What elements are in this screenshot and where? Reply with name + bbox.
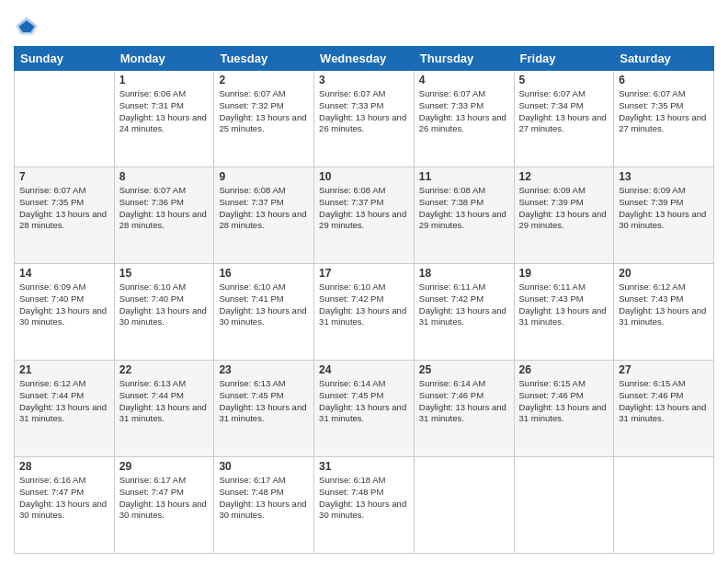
day-number: 6 bbox=[619, 74, 709, 86]
day-number: 8 bbox=[119, 170, 210, 183]
cell-content: Sunrise: 6:13 AM Sunset: 7:45 PM Dayligh… bbox=[219, 378, 309, 425]
day-number: 10 bbox=[319, 170, 409, 183]
day-number: 24 bbox=[319, 363, 409, 376]
calendar-cell bbox=[414, 457, 514, 554]
cell-content: Sunrise: 6:14 AM Sunset: 7:45 PM Dayligh… bbox=[319, 378, 409, 425]
calendar-cell: 26Sunrise: 6:15 AM Sunset: 7:46 PM Dayli… bbox=[514, 361, 614, 457]
header-cell-monday: Monday bbox=[114, 47, 214, 71]
day-number: 17 bbox=[319, 267, 409, 280]
cell-content: Sunrise: 6:09 AM Sunset: 7:39 PM Dayligh… bbox=[619, 185, 709, 232]
day-number: 28 bbox=[19, 460, 109, 473]
calendar-cell: 1Sunrise: 6:06 AM Sunset: 7:31 PM Daylig… bbox=[114, 71, 214, 167]
cell-content: Sunrise: 6:07 AM Sunset: 7:33 PM Dayligh… bbox=[419, 88, 509, 135]
cell-content: Sunrise: 6:06 AM Sunset: 7:31 PM Dayligh… bbox=[119, 88, 210, 135]
cell-content: Sunrise: 6:07 AM Sunset: 7:32 PM Dayligh… bbox=[219, 88, 309, 135]
cell-content: Sunrise: 6:07 AM Sunset: 7:35 PM Dayligh… bbox=[19, 185, 109, 232]
day-number: 4 bbox=[419, 74, 509, 86]
week-row-4: 28Sunrise: 6:16 AM Sunset: 7:47 PM Dayli… bbox=[15, 457, 714, 554]
calendar-cell: 18Sunrise: 6:11 AM Sunset: 7:42 PM Dayli… bbox=[414, 264, 514, 361]
calendar-cell: 11Sunrise: 6:08 AM Sunset: 7:38 PM Dayli… bbox=[414, 167, 514, 264]
day-number: 27 bbox=[619, 363, 709, 376]
cell-content: Sunrise: 6:15 AM Sunset: 7:46 PM Dayligh… bbox=[619, 378, 709, 425]
cell-content: Sunrise: 6:10 AM Sunset: 7:42 PM Dayligh… bbox=[319, 282, 409, 328]
cell-content: Sunrise: 6:12 AM Sunset: 7:43 PM Dayligh… bbox=[619, 282, 709, 328]
week-row-2: 14Sunrise: 6:09 AM Sunset: 7:40 PM Dayli… bbox=[15, 264, 714, 361]
week-row-0: 1Sunrise: 6:06 AM Sunset: 7:31 PM Daylig… bbox=[15, 71, 714, 167]
cell-content: Sunrise: 6:11 AM Sunset: 7:42 PM Dayligh… bbox=[419, 282, 509, 328]
header-cell-thursday: Thursday bbox=[414, 47, 514, 71]
cell-content: Sunrise: 6:08 AM Sunset: 7:37 PM Dayligh… bbox=[219, 185, 309, 232]
day-number: 9 bbox=[219, 170, 309, 183]
cell-content: Sunrise: 6:08 AM Sunset: 7:37 PM Dayligh… bbox=[319, 185, 409, 232]
calendar-cell: 12Sunrise: 6:09 AM Sunset: 7:39 PM Dayli… bbox=[514, 167, 614, 264]
calendar-cell: 16Sunrise: 6:10 AM Sunset: 7:41 PM Dayli… bbox=[214, 264, 314, 361]
day-number: 14 bbox=[19, 267, 109, 280]
calendar-body: 1Sunrise: 6:06 AM Sunset: 7:31 PM Daylig… bbox=[15, 71, 714, 554]
day-number: 16 bbox=[219, 267, 309, 280]
calendar-cell: 30Sunrise: 6:17 AM Sunset: 7:48 PM Dayli… bbox=[214, 457, 314, 554]
day-number: 25 bbox=[419, 363, 509, 376]
calendar-cell: 31Sunrise: 6:18 AM Sunset: 7:48 PM Dayli… bbox=[314, 457, 415, 554]
header-row: SundayMondayTuesdayWednesdayThursdayFrid… bbox=[15, 47, 714, 71]
calendar-cell: 27Sunrise: 6:15 AM Sunset: 7:46 PM Dayli… bbox=[614, 361, 714, 457]
header-cell-sunday: Sunday bbox=[15, 47, 115, 71]
calendar-table: SundayMondayTuesdayWednesdayThursdayFrid… bbox=[14, 46, 714, 554]
cell-content: Sunrise: 6:13 AM Sunset: 7:44 PM Dayligh… bbox=[119, 378, 210, 425]
calendar-cell: 13Sunrise: 6:09 AM Sunset: 7:39 PM Dayli… bbox=[614, 167, 714, 264]
day-number: 26 bbox=[519, 363, 609, 376]
day-number: 7 bbox=[19, 170, 109, 183]
day-number: 22 bbox=[119, 363, 210, 376]
day-number: 15 bbox=[119, 267, 210, 280]
day-number: 18 bbox=[419, 267, 509, 280]
day-number: 21 bbox=[19, 363, 109, 376]
day-number: 3 bbox=[319, 74, 409, 86]
calendar-cell: 4Sunrise: 6:07 AM Sunset: 7:33 PM Daylig… bbox=[414, 71, 514, 167]
header-cell-wednesday: Wednesday bbox=[314, 47, 415, 71]
cell-content: Sunrise: 6:08 AM Sunset: 7:38 PM Dayligh… bbox=[419, 185, 509, 232]
day-number: 11 bbox=[419, 170, 509, 183]
calendar-cell: 29Sunrise: 6:17 AM Sunset: 7:47 PM Dayli… bbox=[114, 457, 214, 554]
header-cell-saturday: Saturday bbox=[614, 47, 714, 71]
day-number: 31 bbox=[319, 460, 409, 473]
day-number: 20 bbox=[619, 267, 709, 280]
calendar-header: SundayMondayTuesdayWednesdayThursdayFrid… bbox=[15, 47, 714, 71]
week-row-1: 7Sunrise: 6:07 AM Sunset: 7:35 PM Daylig… bbox=[15, 167, 714, 264]
day-number: 2 bbox=[219, 74, 309, 86]
day-number: 19 bbox=[519, 267, 609, 280]
logo bbox=[14, 13, 41, 39]
cell-content: Sunrise: 6:07 AM Sunset: 7:35 PM Dayligh… bbox=[619, 88, 709, 135]
cell-content: Sunrise: 6:10 AM Sunset: 7:41 PM Dayligh… bbox=[219, 282, 309, 328]
calendar-cell bbox=[614, 457, 714, 554]
day-number: 23 bbox=[219, 363, 309, 376]
calendar-cell: 17Sunrise: 6:10 AM Sunset: 7:42 PM Dayli… bbox=[314, 264, 415, 361]
calendar-cell: 6Sunrise: 6:07 AM Sunset: 7:35 PM Daylig… bbox=[614, 71, 714, 167]
calendar-cell: 20Sunrise: 6:12 AM Sunset: 7:43 PM Dayli… bbox=[614, 264, 714, 361]
calendar-cell: 15Sunrise: 6:10 AM Sunset: 7:40 PM Dayli… bbox=[114, 264, 214, 361]
day-number: 12 bbox=[519, 170, 609, 183]
cell-content: Sunrise: 6:17 AM Sunset: 7:48 PM Dayligh… bbox=[219, 475, 309, 522]
cell-content: Sunrise: 6:09 AM Sunset: 7:39 PM Dayligh… bbox=[519, 185, 609, 232]
calendar-cell: 3Sunrise: 6:07 AM Sunset: 7:33 PM Daylig… bbox=[314, 71, 415, 167]
day-number: 13 bbox=[619, 170, 709, 183]
calendar-cell: 28Sunrise: 6:16 AM Sunset: 7:47 PM Dayli… bbox=[15, 457, 115, 554]
page: SundayMondayTuesdayWednesdayThursdayFrid… bbox=[0, 0, 728, 563]
header-cell-tuesday: Tuesday bbox=[214, 47, 314, 71]
calendar-cell: 7Sunrise: 6:07 AM Sunset: 7:35 PM Daylig… bbox=[15, 167, 115, 264]
cell-content: Sunrise: 6:07 AM Sunset: 7:34 PM Dayligh… bbox=[519, 88, 609, 135]
calendar-cell: 8Sunrise: 6:07 AM Sunset: 7:36 PM Daylig… bbox=[114, 167, 214, 264]
calendar-cell bbox=[514, 457, 614, 554]
calendar-cell: 22Sunrise: 6:13 AM Sunset: 7:44 PM Dayli… bbox=[114, 361, 214, 457]
calendar-cell: 19Sunrise: 6:11 AM Sunset: 7:43 PM Dayli… bbox=[514, 264, 614, 361]
calendar-cell: 5Sunrise: 6:07 AM Sunset: 7:34 PM Daylig… bbox=[514, 71, 614, 167]
cell-content: Sunrise: 6:07 AM Sunset: 7:33 PM Dayligh… bbox=[319, 88, 409, 135]
cell-content: Sunrise: 6:14 AM Sunset: 7:46 PM Dayligh… bbox=[419, 378, 509, 425]
cell-content: Sunrise: 6:16 AM Sunset: 7:47 PM Dayligh… bbox=[19, 475, 109, 522]
day-number: 1 bbox=[119, 74, 210, 86]
header bbox=[14, 9, 714, 39]
calendar-cell bbox=[15, 71, 115, 167]
week-row-3: 21Sunrise: 6:12 AM Sunset: 7:44 PM Dayli… bbox=[15, 361, 714, 457]
calendar-cell: 24Sunrise: 6:14 AM Sunset: 7:45 PM Dayli… bbox=[314, 361, 415, 457]
calendar-cell: 14Sunrise: 6:09 AM Sunset: 7:40 PM Dayli… bbox=[15, 264, 115, 361]
cell-content: Sunrise: 6:11 AM Sunset: 7:43 PM Dayligh… bbox=[519, 282, 609, 328]
header-cell-friday: Friday bbox=[514, 47, 614, 71]
